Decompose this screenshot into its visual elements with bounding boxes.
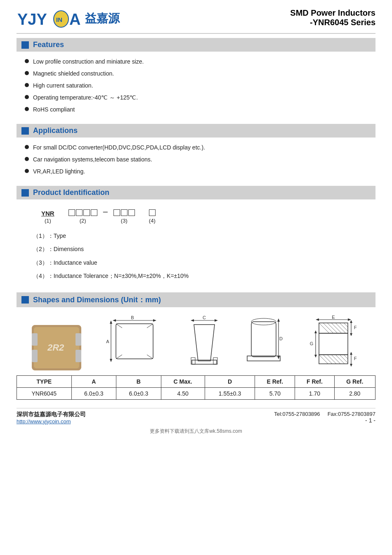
shapes-title: Shapes and Dimensions (Unit：mm) xyxy=(33,295,161,305)
svg-text:C: C xyxy=(203,315,206,320)
product-id-icon xyxy=(21,189,29,197)
pid-num3: (3) xyxy=(121,218,128,224)
feature-item-4: Operating temperature:-40℃ ～ +125℃. xyxy=(33,93,138,102)
bullet-dot xyxy=(25,71,29,75)
pid-desc-3: （3）：Inductance value xyxy=(33,258,367,267)
pid-desc-4: （4）：Inductance Tolerance；N=±30%,M=±20%，K… xyxy=(33,271,367,280)
list-item: Operating temperature:-40℃ ～ +125℃. xyxy=(25,93,375,102)
footer-right: Tel:0755-27803896 Fax:0755-27803897 - 1 … xyxy=(274,411,375,424)
bullet-dot xyxy=(25,107,29,111)
svg-marker-69 xyxy=(314,330,317,333)
svg-marker-40 xyxy=(316,318,319,321)
svg-line-19 xyxy=(147,355,153,359)
logo-brand: YJY IN A 益嘉源 xyxy=(17,8,120,29)
svg-rect-9 xyxy=(76,350,81,362)
footer-tel: Tel:0755-27803896 xyxy=(274,411,320,417)
svg-line-47 xyxy=(331,323,342,333)
diagram2-svg: C xyxy=(188,315,221,369)
svg-marker-28 xyxy=(194,325,215,361)
svg-marker-21 xyxy=(110,320,112,324)
svg-marker-25 xyxy=(191,319,194,322)
shapes-section-header: Shapes and Dimensions (Unit：mm) xyxy=(17,292,375,307)
list-item: Magnetic shielded construction. xyxy=(25,69,375,78)
website-link[interactable]: http://www.yjycoin.com xyxy=(17,418,86,425)
svg-line-46 xyxy=(327,323,338,333)
header-title: SMD Power Inductors -YNR6045 Series xyxy=(290,8,375,27)
page-header: YJY IN A 益嘉源 SMD Power Inductors -YNR604… xyxy=(17,8,375,34)
table-header-f: F Ref. xyxy=(295,375,334,387)
svg-text:YJY: YJY xyxy=(17,11,47,28)
pid-num2: (2) xyxy=(80,218,86,224)
cell-c: 4.50 xyxy=(161,387,205,399)
svg-line-55 xyxy=(327,355,336,364)
svg-line-45 xyxy=(323,323,333,333)
svg-rect-6 xyxy=(32,333,38,346)
footer-contact: Tel:0755-27803896 Fax:0755-27803897 xyxy=(274,411,375,417)
svg-line-17 xyxy=(147,324,153,328)
diagram-front-view: D xyxy=(243,315,284,370)
applications-section-header: Applications xyxy=(17,124,375,138)
feature-item-5: RoHS compliant xyxy=(33,105,75,114)
table-header-g: G Ref. xyxy=(334,375,375,387)
svg-marker-26 xyxy=(215,319,218,322)
feature-item-2: Magnetic shielded construction. xyxy=(33,69,114,78)
cell-d: 1.55±0.3 xyxy=(205,387,255,399)
svg-text:E: E xyxy=(332,315,335,320)
svg-text:B: B xyxy=(131,315,134,320)
table-header-d: D xyxy=(205,375,255,387)
pid-desc-1: （1）：Type xyxy=(33,231,367,240)
svg-line-57 xyxy=(335,355,345,364)
svg-text:F: F xyxy=(354,325,357,330)
company-name: 深圳市益嘉源电子有限公司 xyxy=(17,411,86,418)
cell-g: 2.80 xyxy=(334,387,375,399)
svg-marker-37 xyxy=(277,356,280,359)
diagram1-svg: B A xyxy=(104,315,165,369)
svg-rect-8 xyxy=(76,333,81,346)
table-row: YNR6045 6.0±0.3 6.0±0.3 4.50 1.55±0.3 5.… xyxy=(17,387,375,399)
svg-marker-13 xyxy=(153,319,156,322)
component-photo: 2R2 xyxy=(32,325,81,370)
list-item: VR,AR,LED lighting. xyxy=(25,167,375,176)
svg-line-56 xyxy=(331,355,340,364)
svg-text:2R2: 2R2 xyxy=(47,342,64,353)
page-number: - 1 - xyxy=(274,417,375,424)
svg-rect-15 xyxy=(116,324,153,359)
bullet-dot xyxy=(25,59,29,63)
feature-item-1: Low profile construction and miniature s… xyxy=(33,57,144,66)
list-item: For small DC/DC converter(HDD,DVC,DSC,PD… xyxy=(25,143,375,152)
features-section-header: Features xyxy=(17,38,375,52)
diagram4-svg: E xyxy=(307,315,360,369)
dimensions-table: TYPE A B C Max. D E Ref. F Ref. G Ref. Y… xyxy=(17,375,375,400)
svg-marker-22 xyxy=(110,359,112,362)
logo-area: YJY IN A 益嘉源 xyxy=(17,8,120,29)
applications-list: For small DC/DC converter(HDD,DVC,DSC,PD… xyxy=(17,142,375,183)
cell-f: 1.70 xyxy=(295,387,334,399)
svg-text:IN: IN xyxy=(56,16,62,23)
svg-line-50 xyxy=(344,323,348,327)
pid-dash: – xyxy=(103,207,108,216)
svg-rect-7 xyxy=(32,350,38,362)
svg-marker-65 xyxy=(350,352,352,355)
svg-marker-12 xyxy=(113,319,116,322)
shapes-icon xyxy=(21,296,29,304)
shapes-diagrams: 2R2 B A xyxy=(17,311,375,370)
cell-a: 6.0±0.3 xyxy=(71,387,116,399)
pid-ynr: YNR xyxy=(41,210,54,217)
features-icon xyxy=(21,41,29,49)
component-photo-svg: 2R2 xyxy=(32,325,81,370)
svg-text:F: F xyxy=(354,356,357,361)
svg-text:A: A xyxy=(69,11,80,28)
table-header-b: B xyxy=(116,375,161,387)
table-header-type: TYPE xyxy=(17,375,72,387)
list-item: Low profile construction and miniature s… xyxy=(25,57,375,66)
app-item-3: VR,AR,LED lighting. xyxy=(33,167,85,176)
svg-line-18 xyxy=(116,355,122,359)
svg-line-53 xyxy=(319,355,328,364)
features-list: Low profile construction and miniature s… xyxy=(17,56,375,121)
bullet-dot xyxy=(25,83,29,87)
app-item-2: Car navigation systems,telecom base stat… xyxy=(33,155,152,164)
svg-line-16 xyxy=(116,324,122,328)
svg-line-44 xyxy=(319,323,329,333)
footer-watermark: 更多资料下载请到五八文库wk.58sms.com xyxy=(17,428,375,435)
svg-line-49 xyxy=(340,323,348,331)
